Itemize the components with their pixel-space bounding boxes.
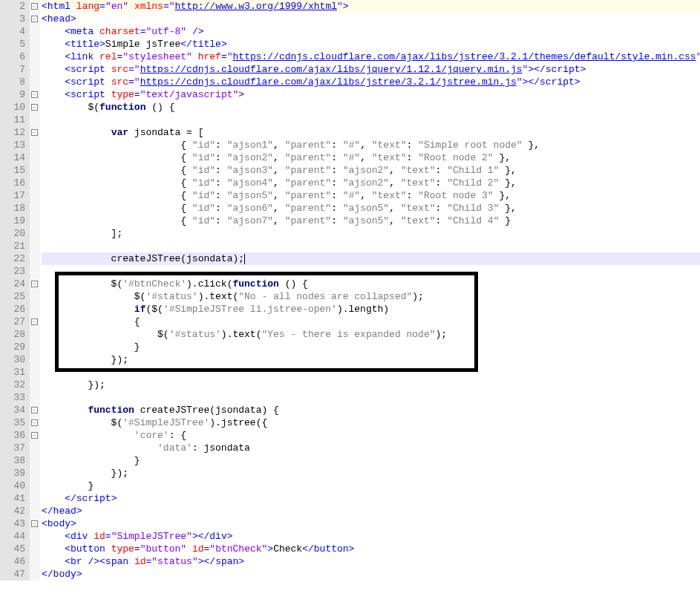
- line-number: 35: [0, 416, 25, 429]
- line-number: 20: [0, 227, 25, 240]
- line-number: 4: [0, 25, 25, 38]
- code-line[interactable]: <meta charset="utf-8" />: [42, 25, 700, 38]
- line-number: 3: [0, 13, 25, 25]
- fold-toggle-icon[interactable]: −: [31, 129, 38, 136]
- line-number: 24: [0, 278, 25, 290]
- fold-toggle-icon[interactable]: −: [31, 91, 38, 98]
- code-line[interactable]: { "id": "ajson2", "parent": "#", "text":…: [42, 151, 700, 164]
- code-line[interactable]: ];: [42, 227, 700, 240]
- code-line[interactable]: });: [42, 467, 700, 480]
- line-number: 39: [0, 467, 25, 480]
- fold-toggle-icon[interactable]: −: [31, 281, 38, 287]
- code-line[interactable]: { "id": "ajson4", "parent": "ajson2", "t…: [42, 177, 700, 189]
- text-cursor: [244, 254, 245, 264]
- code-line[interactable]: [42, 391, 700, 404]
- code-line[interactable]: { "id": "ajson1", "parent": "#", "text":…: [42, 139, 700, 151]
- line-number: 2: [0, 0, 25, 13]
- code-line[interactable]: 'core': {: [42, 429, 700, 442]
- fold-toggle-icon[interactable]: −: [31, 16, 38, 22]
- code-line[interactable]: [42, 265, 700, 278]
- line-number: 14: [0, 151, 25, 164]
- line-number: 42: [0, 505, 25, 517]
- code-line[interactable]: <link rel="stylesheet" href="https://cdn…: [42, 50, 700, 63]
- code-line[interactable]: <script type="text/javascript">: [42, 88, 700, 101]
- line-number: 23: [0, 265, 25, 278]
- fold-toggle-icon[interactable]: −: [31, 3, 38, 10]
- line-number: 40: [0, 480, 25, 492]
- code-line[interactable]: if($('#SimpleJSTree li.jstree-open').len…: [42, 303, 700, 315]
- line-number: 6: [0, 50, 25, 63]
- code-line[interactable]: { "id": "ajson3", "parent": "ajson2", "t…: [42, 164, 700, 177]
- code-line[interactable]: $('#status').text("No - all nodes are co…: [42, 290, 700, 303]
- code-line[interactable]: [42, 114, 700, 126]
- fold-toggle-icon[interactable]: −: [31, 520, 38, 527]
- code-line[interactable]: }: [42, 341, 700, 353]
- code-line[interactable]: <script src="https://cdnjs.cloudflare.co…: [42, 76, 700, 88]
- code-editor[interactable]: <html lang="en" xmlns="http://www.w3.org…: [40, 0, 700, 581]
- line-number: 18: [0, 202, 25, 215]
- code-line[interactable]: <button type="button" id="btnCheck">Chec…: [42, 543, 700, 555]
- fold-toggle-icon[interactable]: −: [31, 104, 38, 111]
- code-line[interactable]: [42, 366, 700, 379]
- code-line[interactable]: 'data': jsondata: [42, 442, 700, 454]
- line-number: 41: [0, 492, 25, 505]
- line-number: 5: [0, 38, 25, 50]
- code-line[interactable]: <head>: [42, 13, 700, 25]
- code-line[interactable]: </script>: [42, 492, 700, 505]
- line-number: 32: [0, 379, 25, 391]
- code-line[interactable]: $('#btnCheck').click(function () {: [42, 278, 700, 290]
- code-line[interactable]: </body>: [42, 568, 700, 581]
- line-number: 10: [0, 101, 25, 114]
- line-number: 38: [0, 454, 25, 467]
- fold-toggle-icon[interactable]: −: [31, 318, 38, 325]
- code-line[interactable]: <title>Simple jsTree</title>: [42, 38, 700, 50]
- line-number: 12: [0, 126, 25, 139]
- line-number: 16: [0, 177, 25, 189]
- line-number: 33: [0, 391, 25, 404]
- code-line[interactable]: <body>: [42, 517, 700, 530]
- code-line[interactable]: $(function () {: [42, 101, 700, 114]
- code-line[interactable]: });: [42, 379, 700, 391]
- code-line[interactable]: <div id="SimpleJSTree"></div>: [42, 530, 700, 543]
- line-number: 28: [0, 328, 25, 341]
- code-line[interactable]: {: [42, 315, 700, 328]
- line-number: 27: [0, 315, 25, 328]
- code-line[interactable]: });: [42, 353, 700, 366]
- line-number: 22: [0, 252, 25, 265]
- fold-toggle-icon[interactable]: −: [31, 407, 38, 413]
- code-line[interactable]: { "id": "ajson5", "parent": "#", "text":…: [42, 189, 700, 202]
- line-number: 46: [0, 555, 25, 568]
- code-line[interactable]: [42, 240, 700, 252]
- code-line[interactable]: }: [42, 454, 700, 467]
- line-number: 7: [0, 63, 25, 76]
- line-number: 9: [0, 88, 25, 101]
- code-line[interactable]: <html lang="en" xmlns="http://www.w3.org…: [42, 0, 700, 13]
- fold-toggle-icon[interactable]: −: [31, 419, 38, 426]
- code-line[interactable]: </head>: [42, 505, 700, 517]
- fold-toggle-icon[interactable]: −: [31, 432, 38, 439]
- code-line[interactable]: { "id": "ajson6", "parent": "ajson5", "t…: [42, 202, 700, 215]
- code-line[interactable]: $('#SimpleJSTree').jstree({: [42, 416, 700, 429]
- line-number: 19: [0, 215, 25, 227]
- line-number: 31: [0, 366, 25, 379]
- line-number: 15: [0, 164, 25, 177]
- code-line[interactable]: { "id": "ajson7", "parent": "ajson5", "t…: [42, 215, 700, 227]
- line-number: 8: [0, 76, 25, 88]
- line-number: 25: [0, 290, 25, 303]
- code-line[interactable]: var jsondata = [: [42, 126, 700, 139]
- line-number: 26: [0, 303, 25, 315]
- line-number: 17: [0, 189, 25, 202]
- code-line[interactable]: <br /><span id="status"></span>: [42, 555, 700, 568]
- line-number: 44: [0, 530, 25, 543]
- line-number: 36: [0, 429, 25, 442]
- line-number: 29: [0, 341, 25, 353]
- line-number: 11: [0, 114, 25, 126]
- code-line-current[interactable]: createJSTree(jsondata);: [42, 252, 700, 265]
- code-line[interactable]: }: [42, 480, 700, 492]
- line-number: 43: [0, 517, 25, 530]
- line-number: 30: [0, 353, 25, 366]
- code-line[interactable]: $('#status').text("Yes - there is expand…: [42, 328, 700, 341]
- code-line[interactable]: function createJSTree(jsondata) {: [42, 404, 700, 416]
- fold-column: −−−−−−−−−−−: [30, 0, 40, 581]
- code-line[interactable]: <script src="https://cdnjs.cloudflare.co…: [42, 63, 700, 76]
